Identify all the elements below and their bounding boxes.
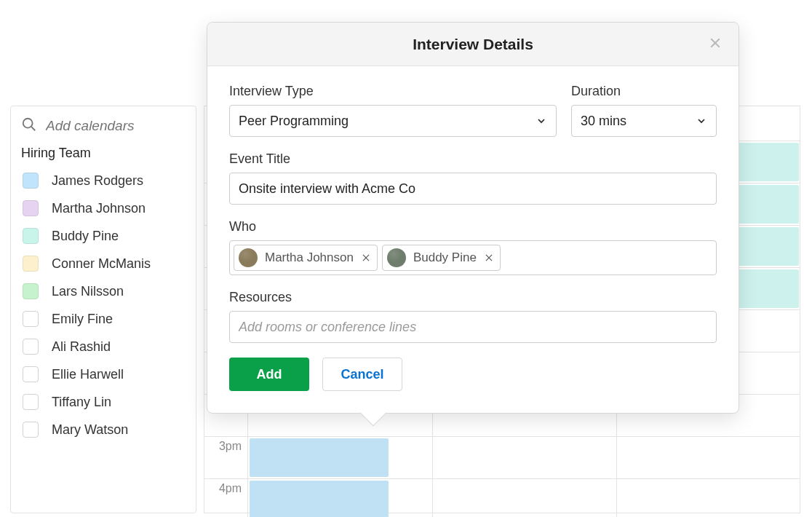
cancel-button[interactable]: Cancel — [322, 358, 402, 391]
calendar-item-label: Tiffany Lin — [52, 395, 111, 410]
duration-select[interactable]: 30 mins — [571, 105, 717, 137]
calendar-item[interactable]: Mary Watson — [21, 419, 186, 441]
calendar-item-label: Ellie Harwell — [52, 367, 124, 382]
add-button[interactable]: Add — [229, 358, 309, 391]
who-input[interactable]: Martha JohnsonBuddy Pine — [229, 240, 717, 275]
calendar-item-label: Martha Johnson — [52, 201, 146, 216]
calendars-sidebar: Hiring Team James RodgersMartha JohnsonB… — [10, 106, 196, 513]
calendar-checkbox[interactable] — [23, 366, 39, 382]
calendar-item[interactable]: Ellie Harwell — [21, 363, 186, 385]
svg-line-1 — [31, 127, 35, 130]
calendar-item[interactable]: Emily Fine — [21, 308, 186, 330]
sidebar-section-title: Hiring Team — [21, 146, 186, 161]
calendar-cell[interactable] — [616, 479, 800, 517]
modal-actions: Add Cancel — [229, 358, 717, 391]
chevron-down-icon — [536, 115, 547, 127]
avatar — [239, 248, 258, 267]
calendar-checkbox[interactable] — [23, 200, 39, 216]
calendar-item[interactable]: James Rodgers — [21, 170, 186, 192]
interview-details-modal: Interview Details Interview Type Peer Pr… — [207, 22, 739, 414]
calendar-cell[interactable] — [248, 479, 432, 517]
calendar-cell[interactable] — [616, 437, 800, 478]
calendar-checkbox[interactable] — [23, 256, 39, 272]
who-chip-label: Buddy Pine — [413, 250, 477, 265]
calendar-item-label: Lars Nilsson — [52, 284, 124, 299]
calendar-cell[interactable] — [432, 437, 616, 478]
calendar-item-label: Buddy Pine — [52, 229, 119, 244]
calendar-event-block[interactable] — [250, 481, 389, 517]
chevron-down-icon — [696, 115, 707, 127]
modal-header: Interview Details — [207, 23, 739, 66]
resources-label: Resources — [229, 290, 717, 305]
calendar-item[interactable]: Martha Johnson — [21, 197, 186, 219]
interview-type-select[interactable]: Peer Programming — [229, 105, 557, 137]
svg-point-0 — [23, 119, 33, 128]
close-icon — [708, 36, 723, 53]
duration-label: Duration — [571, 84, 717, 99]
calendar-checkbox[interactable] — [23, 311, 39, 327]
calendar-checkbox[interactable] — [23, 422, 39, 438]
who-chip-remove[interactable] — [484, 253, 494, 263]
calendar-checkbox[interactable] — [23, 339, 39, 355]
calendar-item-label: Mary Watson — [52, 422, 128, 438]
close-button[interactable] — [705, 34, 725, 55]
modal-body: Interview Type Peer Programming Duration… — [207, 66, 739, 413]
avatar — [387, 248, 406, 267]
calendar-item[interactable]: Conner McManis — [21, 253, 186, 275]
calendar-item[interactable]: Lars Nilsson — [21, 280, 186, 302]
calendar-time-label: 3pm — [204, 437, 248, 478]
event-title-input[interactable] — [230, 173, 716, 204]
resources-input-wrap — [229, 311, 717, 343]
calendar-checkbox[interactable] — [23, 283, 39, 299]
modal-title: Interview Details — [413, 36, 533, 53]
interview-type-label: Interview Type — [229, 84, 557, 99]
who-chip: Buddy Pine — [382, 245, 501, 271]
calendar-search-input[interactable] — [46, 118, 186, 134]
event-title-input-wrap — [229, 173, 717, 205]
calendar-time-label: 4pm — [204, 479, 248, 517]
calendar-item[interactable]: Tiffany Lin — [21, 391, 186, 413]
search-icon — [21, 117, 37, 135]
who-label: Who — [229, 219, 717, 234]
calendar-search[interactable] — [21, 117, 186, 135]
calendar-cell[interactable] — [248, 437, 432, 478]
interview-type-value: Peer Programming — [239, 114, 349, 129]
calendar-item-label: Ali Rashid — [52, 339, 111, 355]
calendar-item-label: Conner McManis — [52, 256, 151, 272]
duration-value: 30 mins — [581, 114, 626, 129]
resources-input[interactable] — [230, 312, 716, 342]
who-chip-remove[interactable] — [361, 253, 371, 263]
calendar-checkbox[interactable] — [23, 173, 39, 189]
who-chip: Martha Johnson — [234, 245, 378, 271]
calendar-item[interactable]: Ali Rashid — [21, 336, 186, 358]
calendar-checkbox[interactable] — [23, 394, 39, 410]
calendar-event-block[interactable] — [250, 438, 389, 477]
event-title-label: Event Title — [229, 151, 717, 167]
calendar-row: 3pm — [204, 437, 800, 479]
calendar-list: James RodgersMartha JohnsonBuddy PineCon… — [21, 170, 186, 441]
calendar-row: 4pm — [204, 479, 800, 517]
who-chip-label: Martha Johnson — [265, 250, 354, 265]
calendar-item[interactable]: Buddy Pine — [21, 225, 186, 247]
calendar-item-label: James Rodgers — [52, 173, 143, 189]
calendar-checkbox[interactable] — [23, 228, 39, 244]
calendar-cell[interactable] — [432, 479, 616, 517]
calendar-item-label: Emily Fine — [52, 312, 113, 327]
